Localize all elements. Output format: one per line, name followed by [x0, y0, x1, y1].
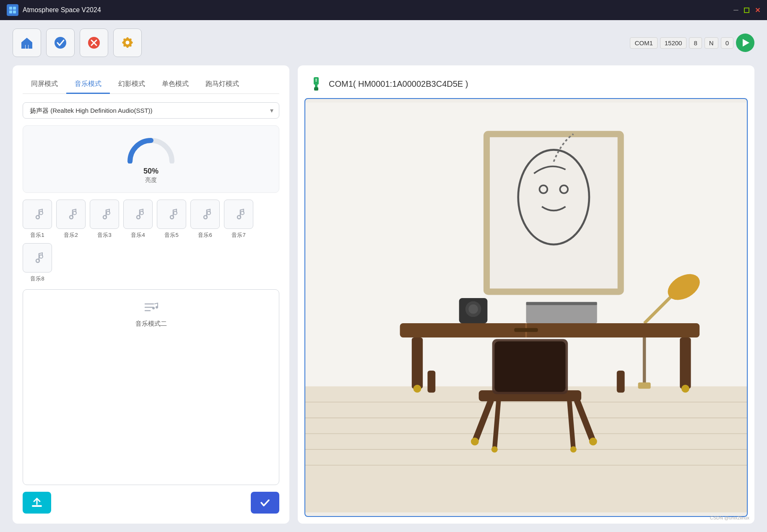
svg-point-75	[413, 385, 421, 393]
left-panel: 同屏模式 音乐模式 幻影模式 单色模式 跑马灯模式 扬声器 (Realtek H…	[13, 65, 289, 524]
check-button[interactable]	[46, 29, 75, 57]
music-note-icon	[130, 207, 146, 222]
settings-button[interactable]	[113, 29, 142, 57]
svg-point-17	[140, 211, 143, 215]
confirm-icon	[259, 497, 271, 509]
music-item-5[interactable]: 音乐5	[157, 200, 186, 239]
music-item-label-3: 音乐3	[97, 231, 111, 239]
music-icon-box-8	[23, 243, 52, 272]
tab-huanying[interactable]: 幻影模式	[110, 75, 153, 94]
music-icon-box-4	[123, 200, 153, 229]
close-button[interactable]: ✕	[754, 7, 760, 13]
svg-rect-58	[514, 328, 538, 332]
tab-danse[interactable]: 单色模式	[153, 75, 197, 94]
svg-point-11	[39, 211, 43, 215]
music-icon-box-3	[90, 200, 119, 229]
mode-tabs: 同屏模式 音乐模式 幻影模式 单色模式 跑马灯模式	[23, 75, 279, 94]
music-item-7[interactable]: 音乐7	[224, 200, 253, 239]
svg-rect-0	[9, 7, 12, 10]
minimize-button[interactable]: ─	[733, 7, 739, 13]
svg-rect-66	[494, 341, 565, 392]
music-icon-box-2	[56, 200, 86, 229]
svg-rect-53	[412, 337, 423, 389]
svg-rect-31	[32, 505, 42, 507]
toolbar-buttons	[13, 29, 142, 57]
svg-point-30	[156, 306, 158, 309]
svg-point-19	[174, 211, 177, 215]
brightness-container: 50% 亮度	[23, 125, 279, 193]
svg-point-21	[207, 211, 211, 215]
music-item-1[interactable]: 音乐1	[23, 200, 52, 239]
svg-rect-1	[13, 7, 16, 10]
app-logo-icon	[9, 6, 16, 14]
music-item-label-7: 音乐7	[231, 231, 245, 239]
svg-point-63	[468, 304, 478, 314]
svg-point-24	[36, 259, 39, 262]
music-note-icon	[97, 207, 112, 222]
music-item-8[interactable]: 音乐8	[23, 243, 52, 283]
upload-icon	[31, 497, 43, 509]
svg-point-18	[170, 215, 174, 219]
room-scene-svg	[305, 99, 747, 516]
toolbar: COM1 15200 8 N 0	[0, 20, 767, 61]
brightness-gauge	[126, 134, 176, 163]
toolbar-right: COM1 15200 8 N 0	[630, 34, 754, 52]
music-note-icon	[164, 207, 179, 222]
svg-point-15	[107, 211, 110, 215]
svg-point-22	[237, 215, 241, 219]
music-item-label-6: 音乐6	[198, 231, 212, 239]
music-list-icon	[142, 298, 160, 317]
music-item-6[interactable]: 音乐6	[190, 200, 220, 239]
svg-rect-44	[486, 134, 621, 292]
play-button[interactable]	[736, 34, 754, 52]
music-item-2[interactable]: 音乐2	[56, 200, 86, 239]
music-item-label-2: 音乐2	[64, 231, 78, 239]
confirm-button[interactable]	[251, 492, 279, 514]
svg-point-14	[103, 215, 107, 219]
svg-point-16	[137, 215, 140, 219]
svg-point-25	[39, 255, 43, 258]
music-icon-box-6	[190, 200, 220, 229]
cancel-button[interactable]	[80, 29, 108, 57]
maximize-button[interactable]	[744, 8, 749, 13]
device-header: COM1( HM0001:1A00002B3C4D5E )	[304, 72, 748, 98]
svg-rect-4	[26, 45, 28, 49]
music-item-label-1: 音乐1	[30, 231, 44, 239]
app-title: Atmosphere Space V2024	[23, 6, 101, 14]
music-item-3[interactable]: 音乐3	[90, 200, 119, 239]
gauge-svg	[126, 134, 176, 163]
home-button[interactable]	[13, 29, 41, 57]
tab-paomadeng[interactable]: 跑马灯模式	[197, 75, 247, 94]
music-items-grid: 音乐1 音乐2	[23, 200, 279, 283]
right-panel: COM1( HM0001:1A00002B3C4D5E )	[298, 65, 754, 524]
svg-rect-34	[314, 87, 318, 91]
svg-rect-51	[638, 382, 651, 389]
music-item-4[interactable]: 音乐4	[123, 200, 153, 239]
music-icon-box-1	[23, 200, 52, 229]
data-bits-badge: 8	[689, 37, 702, 49]
svg-point-10	[36, 215, 39, 219]
stop-bits-badge: 0	[721, 37, 733, 49]
svg-point-72	[589, 438, 597, 446]
tab-tongping[interactable]: 同屏模式	[23, 75, 66, 94]
device-image	[304, 98, 748, 517]
music-mode2-label: 音乐模式二	[135, 320, 167, 328]
titlebar-left: Atmosphere Space V2024	[7, 4, 101, 16]
tab-yinyue[interactable]: 音乐模式	[66, 75, 110, 94]
svg-rect-35	[315, 79, 317, 80]
svg-rect-52	[400, 323, 700, 337]
app-icon	[7, 4, 18, 16]
svg-rect-59	[526, 304, 597, 323]
usb-plug-icon	[309, 76, 324, 91]
music-note-icon	[63, 207, 78, 222]
music-item-label-8: 音乐8	[30, 275, 44, 283]
svg-rect-33	[315, 85, 317, 87]
titlebar: Atmosphere Space V2024 ─ ✕	[0, 0, 767, 20]
upload-button[interactable]	[23, 492, 51, 514]
svg-rect-2	[9, 10, 12, 13]
music-item-label-4: 音乐4	[131, 231, 145, 239]
audio-device-dropdown[interactable]: 扬声器 (Realtek High Definition Audio(SST))	[23, 102, 279, 119]
music-note-icon	[30, 207, 45, 222]
play-icon	[743, 39, 749, 47]
music-mode2-box[interactable]: 音乐模式二	[23, 289, 279, 485]
